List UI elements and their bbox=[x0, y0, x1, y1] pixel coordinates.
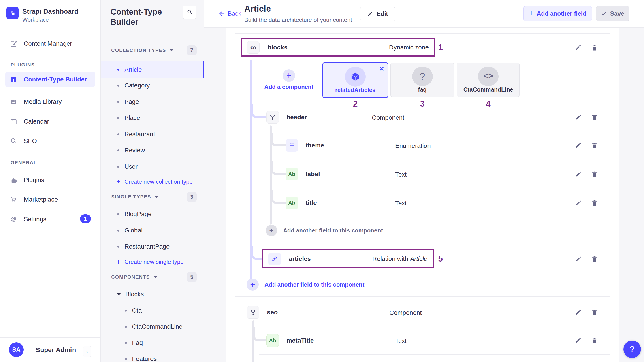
edit-field-button[interactable] bbox=[574, 113, 583, 122]
page-title: Article bbox=[244, 4, 271, 14]
trash-icon bbox=[591, 256, 598, 262]
gear-icon bbox=[10, 216, 18, 223]
section-label: COLLECTION TYPES bbox=[111, 48, 166, 53]
sidebar-item-content-manager[interactable]: Content Manager bbox=[0, 36, 100, 52]
help-button[interactable]: ? bbox=[624, 340, 641, 358]
plus-icon: + bbox=[286, 71, 291, 81]
item-label: Article bbox=[124, 66, 142, 74]
tree-connector bbox=[271, 161, 286, 175]
collection-types-count: 7 bbox=[187, 46, 197, 55]
create-single-type-button[interactable]: + Create new single type bbox=[101, 254, 204, 270]
pencil-icon bbox=[575, 44, 582, 51]
sidebar-item-review[interactable]: Review bbox=[101, 142, 204, 158]
section-components[interactable]: COMPONENTS bbox=[111, 272, 157, 282]
active-indicator bbox=[202, 61, 204, 78]
delete-field-button[interactable] bbox=[590, 141, 599, 150]
component-card-ctacommandline[interactable]: <> CtaCommandLine bbox=[457, 63, 520, 97]
add-field-label: Add another field bbox=[537, 10, 586, 17]
add-field-to-component-button[interactable]: + Add another field to this component bbox=[266, 225, 383, 236]
delete-field-button[interactable] bbox=[590, 198, 599, 208]
delete-field-button[interactable] bbox=[590, 336, 599, 345]
edit-field-button[interactable] bbox=[574, 308, 583, 317]
delete-field-button[interactable] bbox=[590, 43, 599, 52]
save-button[interactable]: Save bbox=[596, 6, 629, 21]
avatar[interactable]: SA bbox=[9, 342, 24, 357]
field-name: articles bbox=[289, 255, 311, 262]
sidebar-item-seo[interactable]: SEO bbox=[0, 133, 100, 149]
sidebar-item-page[interactable]: Page bbox=[101, 94, 204, 110]
sidebar-item-marketplace[interactable]: Marketplace bbox=[0, 192, 100, 208]
pencil-icon bbox=[575, 142, 582, 149]
edit-field-button[interactable] bbox=[574, 336, 583, 345]
close-icon[interactable]: ✕ bbox=[379, 65, 384, 73]
edit-field-button[interactable] bbox=[574, 198, 583, 208]
delete-field-button[interactable] bbox=[590, 254, 599, 263]
component-rail bbox=[252, 320, 254, 362]
add-component-button[interactable]: + bbox=[282, 69, 295, 82]
section-collection-types[interactable]: COLLECTION TYPES bbox=[111, 46, 173, 55]
sidebar-item-media-library[interactable]: Media Library bbox=[0, 94, 100, 110]
sidebar-item-restaurantpage[interactable]: RestaurantPage bbox=[101, 238, 204, 254]
sidebar-item-label: Plugins bbox=[24, 176, 44, 184]
bullet-icon bbox=[125, 310, 127, 312]
edit-label: Edit bbox=[376, 10, 388, 18]
sidebar-item-blogpage[interactable]: BlogPage bbox=[101, 206, 204, 222]
divider bbox=[0, 30, 101, 30]
annotation-number-1: 1 bbox=[438, 43, 443, 52]
trash-icon bbox=[591, 309, 598, 316]
search-icon bbox=[186, 9, 192, 16]
edit-field-button[interactable] bbox=[574, 141, 583, 150]
puzzle-icon bbox=[10, 176, 18, 184]
edit-button[interactable]: Edit bbox=[360, 7, 395, 21]
delete-field-button[interactable] bbox=[590, 113, 599, 122]
annotation-box-articles: articles Relation with Article bbox=[262, 249, 434, 268]
annotation-number-5: 5 bbox=[438, 254, 443, 264]
sidebar-item-ctacommandline[interactable]: CtaCommandLine bbox=[101, 318, 204, 335]
sidebar-item-features[interactable]: Features bbox=[101, 351, 204, 362]
add-component-label[interactable]: Add a component bbox=[261, 84, 317, 90]
brand-title: Strapi Dashboard bbox=[22, 8, 78, 15]
component-card-label: relatedArticles bbox=[335, 86, 376, 97]
collapse-sidebar-button[interactable]: ‹ bbox=[83, 346, 91, 357]
sidebar-item-place[interactable]: Place bbox=[101, 110, 204, 126]
bullet-icon bbox=[117, 213, 119, 215]
component-card-faq[interactable]: ? faq bbox=[390, 63, 454, 97]
sidebar-item-content-type-builder[interactable]: Content-Type Builder bbox=[5, 72, 95, 87]
sidebar-item-plugins[interactable]: Plugins bbox=[0, 172, 100, 188]
edit-field-button[interactable] bbox=[574, 254, 583, 263]
edit-field-button[interactable] bbox=[574, 43, 583, 52]
sidebar-item-global[interactable]: Global bbox=[101, 222, 204, 238]
divider bbox=[288, 190, 610, 190]
sidebar-item-category[interactable]: Category bbox=[101, 78, 204, 94]
sidebar-item-restaurant[interactable]: Restaurant bbox=[101, 126, 204, 142]
sidebar-item-article[interactable]: Article bbox=[101, 61, 204, 78]
trash-icon bbox=[591, 142, 598, 149]
arrow-left-icon bbox=[218, 10, 225, 17]
tree-connector bbox=[271, 133, 286, 146]
section-single-types[interactable]: SINGLE TYPES bbox=[111, 192, 158, 202]
back-button[interactable]: Back bbox=[218, 0, 241, 28]
page-subtitle: Build the data architecture of your cont… bbox=[244, 16, 352, 24]
sidebar-item-calendar[interactable]: Calendar bbox=[0, 114, 100, 130]
edit-field-button[interactable] bbox=[574, 170, 583, 178]
field-row-seo: seo bbox=[247, 306, 278, 318]
create-collection-type-button[interactable]: + Create new collection type bbox=[101, 174, 204, 190]
component-group-blocks[interactable]: Blocks bbox=[101, 286, 204, 302]
component-card-relatedarticles[interactable]: ✕ relatedArticles bbox=[322, 62, 388, 98]
group-label: Blocks bbox=[125, 291, 144, 298]
item-label: Category bbox=[124, 82, 150, 89]
sidebar-item-user[interactable]: User bbox=[101, 159, 204, 175]
add-field-to-dynamic-zone-button[interactable]: + Add another field to this component bbox=[246, 278, 364, 291]
add-another-field-button[interactable]: + Add another field bbox=[524, 6, 592, 21]
pencil-icon bbox=[575, 200, 582, 206]
calendar-icon bbox=[10, 118, 18, 125]
search-button[interactable] bbox=[183, 6, 196, 19]
text-field-icon: Ab bbox=[286, 168, 298, 180]
sidebar-item-cta[interactable]: Cta bbox=[101, 302, 204, 318]
delete-field-button[interactable] bbox=[590, 170, 599, 178]
divider bbox=[111, 34, 122, 34]
content-type-builder-icon bbox=[10, 76, 18, 83]
sidebar-item-faq[interactable]: Faq bbox=[101, 335, 204, 351]
delete-field-button[interactable] bbox=[590, 308, 599, 317]
single-types-count: 3 bbox=[187, 192, 197, 202]
